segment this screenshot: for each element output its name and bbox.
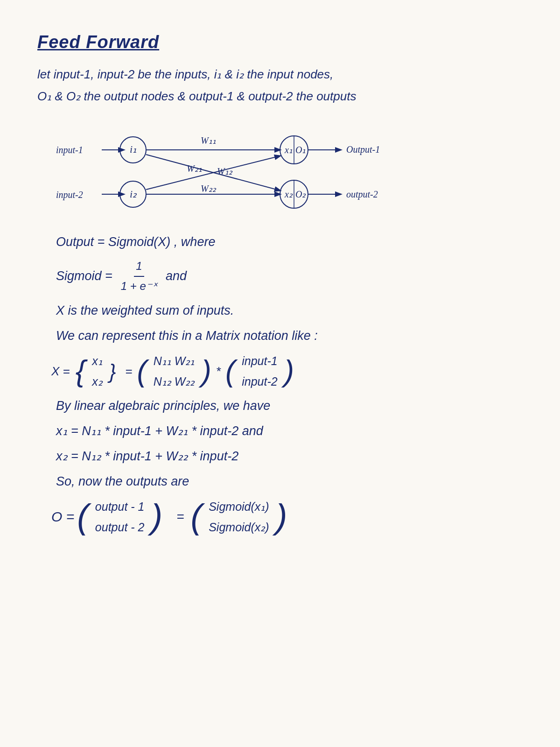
x-equals: X = (51, 360, 70, 382)
svg-text:Output-1: Output-1 (346, 144, 380, 155)
sigmoid-and: and (166, 266, 187, 287)
svg-text:i₂: i₂ (130, 188, 137, 200)
svg-text:i₁: i₁ (130, 143, 137, 155)
intro-line2: O₁ & O₂ the output nodes & output-1 & ou… (37, 87, 523, 106)
svg-text:input-1: input-1 (56, 145, 83, 155)
x2-equation: x₂ = N₁₂ * input-1 + W₂₂ * input-2 (56, 446, 523, 467)
output2-label: output - 2 (91, 517, 148, 537)
svg-text:W₂₁: W₂₁ (187, 163, 202, 174)
output-left-vector: output - 1 output - 2 (91, 496, 148, 537)
svg-text:x₁: x₁ (284, 145, 293, 155)
sigmoid-x2: Sigmoid(x₂) (205, 517, 273, 537)
output-equals: = (176, 505, 184, 529)
O-equals: O = (51, 504, 74, 529)
svg-text:input-2: input-2 (56, 190, 83, 200)
neural-network-diagram: input-1 i₁ input-2 i₂ W₁₁ W₁₂ W₂₁ (51, 115, 415, 227)
svg-text:W₁₁: W₁₁ (201, 135, 216, 146)
page-title: Feed Forward (37, 28, 523, 56)
matrix-intro: We can represent this in a Matrix notati… (56, 325, 523, 347)
weight-matrix-left-paren: ( (137, 359, 147, 383)
sigmoid-label: Sigmoid = (56, 266, 112, 287)
output-left-big-paren-open: ( (77, 503, 89, 530)
output-right-vector: Sigmoid(x₁) Sigmoid(x₂) (205, 496, 273, 537)
output-right-vector-rparen: ) (276, 503, 287, 530)
matrix-equation: X = { x₁ x₂ } = ( N₁₁ W₂₁ N₁₂ W₂₂ ) * ( … (51, 351, 523, 392)
svg-text:x₂: x₂ (284, 189, 293, 199)
x2-entry: x₂ (88, 371, 106, 392)
weight-matrix-right-paren: ) (201, 359, 211, 383)
left-curly-brace: { (76, 359, 85, 383)
equals-sign: = (125, 360, 132, 382)
weight-row2: N₁₂ W₂₂ (150, 371, 199, 392)
weight-matrix: N₁₁ W₂₁ N₁₂ W₂₂ (150, 351, 199, 392)
weight-row1: N₁₁ W₂₁ (150, 351, 199, 371)
asterisk: * (216, 360, 221, 382)
linear-intro: By linear algebraic principles, we have (56, 395, 523, 417)
sigmoid-output-eq: Output = Sigmoid(X) , where (56, 232, 523, 253)
x1-equation: x₁ = N₁₁ * input-1 + W₂₁ * input-2 and (56, 421, 523, 442)
svg-text:output-2: output-2 (346, 189, 378, 200)
input1-entry: input-1 (238, 351, 281, 371)
sigmoid-def: Sigmoid = 1 1 + e⁻ˣ and (56, 257, 523, 296)
outputs-intro: So, now the outputs are (56, 471, 523, 493)
right-curly-brace: } (109, 363, 116, 380)
output-equation: O = ( output - 1 output - 2 ) = ( Sigmoi… (51, 496, 523, 537)
intro-line1: let input-1, input-2 be the inputs, i₁ &… (37, 65, 523, 85)
svg-text:W₂₂: W₂₂ (201, 183, 217, 194)
input2-entry: input-2 (238, 371, 281, 392)
input-vector-right-paren: ) (284, 359, 294, 383)
x-description: X is the weighted sum of inputs. (56, 300, 523, 322)
output-left-vector-rparen: ) (151, 503, 163, 530)
svg-text:O₂: O₂ (295, 189, 306, 199)
input-vector: input-1 input-2 (238, 351, 281, 392)
x1-entry: x₁ (88, 351, 106, 371)
output-right-vector-lparen: ( (191, 503, 203, 530)
output1-label: output - 1 (91, 496, 148, 517)
sigmoid-fraction: 1 1 + e⁻ˣ (119, 257, 159, 296)
input-vector-left-paren: ( (225, 359, 235, 383)
x-vector: x₁ x₂ (88, 351, 106, 392)
svg-text:O₁: O₁ (295, 145, 306, 155)
sigmoid-x1: Sigmoid(x₁) (205, 496, 273, 517)
